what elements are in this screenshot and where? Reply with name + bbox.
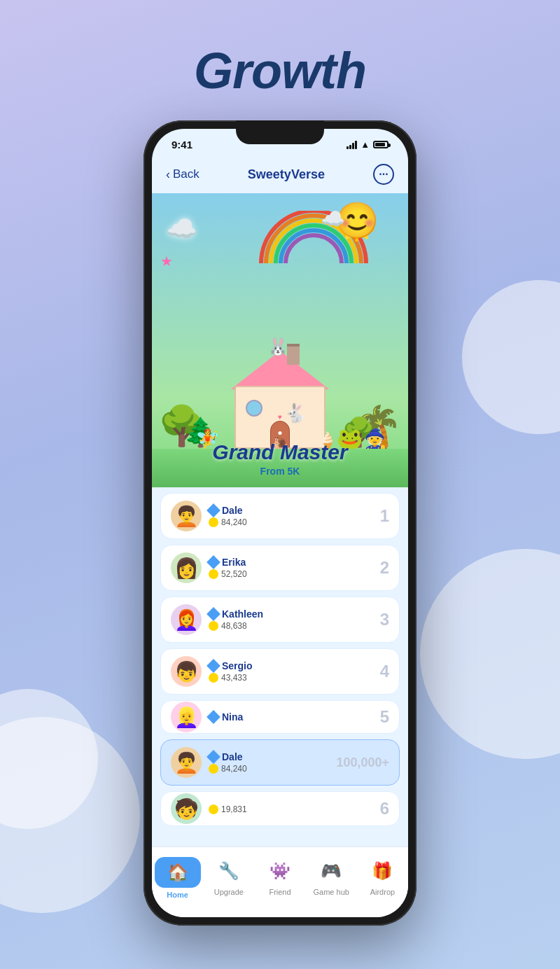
coin-icon-3 xyxy=(209,621,218,631)
diamond-icon-5 xyxy=(206,710,220,724)
bg-blob-2 xyxy=(0,717,140,913)
friend-icon: 👾 xyxy=(270,861,290,881)
coin-icon-highlighted xyxy=(209,764,218,774)
bottom-nav: 🏠 Home 🔧 Upgrade 👾 Friend 🎮 xyxy=(152,846,408,917)
player-info-5: Nina xyxy=(209,711,365,723)
nav-item-home[interactable]: 🏠 Home xyxy=(152,853,203,903)
nav-icon-wrap-upgrade: 🔧 xyxy=(214,857,244,885)
diamond-icon-highlighted xyxy=(206,750,220,764)
diamond-icon-4 xyxy=(206,659,220,673)
leaderboard-row-6[interactable]: 🧒 19,831 6 xyxy=(160,791,400,826)
player-name-3: Kathleen xyxy=(222,608,263,620)
wifi-icon: ▲ xyxy=(360,139,370,150)
player-score-highlighted: 84,240 xyxy=(221,764,247,774)
gamehub-icon: 🎮 xyxy=(321,861,342,881)
rank-title: Grand Master xyxy=(152,440,408,464)
phone-notch xyxy=(236,120,324,144)
avatar-6: 🧒 xyxy=(171,793,202,824)
leaderboard-row-5[interactable]: 👱‍♀️ Nina 5 xyxy=(160,700,400,734)
home-icon: 🏠 xyxy=(167,863,188,882)
more-button[interactable]: ··· xyxy=(373,164,394,185)
rank-number-1: 1 xyxy=(372,506,389,526)
coin-icon-4 xyxy=(209,673,218,683)
rank-number-4: 4 xyxy=(372,662,389,681)
back-label: Back xyxy=(173,167,200,181)
nav-item-airdrop[interactable]: 🎁 Airdrop xyxy=(357,853,408,903)
back-chevron-icon: ‹ xyxy=(166,167,170,182)
rank-number-2: 2 xyxy=(372,558,389,578)
bunny-icon: 🐰 xyxy=(267,337,288,356)
nav-item-gamehub[interactable]: 🎮 Game hub xyxy=(306,853,357,903)
player-info-3: Kathleen 48,638 xyxy=(209,608,365,631)
upgrade-icon: 🔧 xyxy=(218,861,239,881)
phone-screen: 9:41 ▲ ‹ Back SweetyVerse xyxy=(152,129,408,917)
hero-area: 🌟 😊 ☁️ ☁️ ★ 🌳 🌲 🌴 🌳 xyxy=(152,193,408,487)
avatar-1: 🧑‍🦱 xyxy=(171,501,202,531)
diamond-icon-2 xyxy=(206,555,220,569)
status-time: 9:41 xyxy=(172,139,192,151)
player-name-4: Sergio xyxy=(222,660,253,671)
leaderboard-row-1[interactable]: 🧑‍🦱 Dale 84,240 1 xyxy=(160,493,400,539)
leaderboard-row-highlighted[interactable]: 🧑‍🦱 Dale 84,240 100,000+ xyxy=(160,739,400,786)
nav-label-upgrade: Upgrade xyxy=(214,888,244,896)
player-info-1: Dale 84,240 xyxy=(209,505,365,527)
avatar-3: 👩‍🦰 xyxy=(171,604,202,635)
player-score-2: 52,520 xyxy=(221,569,247,579)
leaderboard-row-4[interactable]: 👦 Sergio 43,433 4 xyxy=(160,648,400,695)
nav-label-airdrop: Airdrop xyxy=(370,888,395,896)
leaderboard-section: 🧑‍🦱 Dale 84,240 1 👩 xyxy=(152,487,408,846)
back-button[interactable]: ‹ Back xyxy=(166,167,200,182)
player-score-3: 48,638 xyxy=(221,621,247,631)
player-score-6: 19,831 xyxy=(221,804,247,814)
rank-number-6: 6 xyxy=(372,799,389,818)
player-info-4: Sergio 43,433 xyxy=(209,660,365,683)
nav-label-gamehub: Game hub xyxy=(314,888,349,896)
more-icon: ··· xyxy=(379,168,388,181)
avatar-highlighted: 🧑‍🦱 xyxy=(171,747,202,778)
signal-icon xyxy=(346,141,357,149)
nav-icon-wrap-home: 🏠 xyxy=(155,857,201,888)
nav-item-upgrade[interactable]: 🔧 Upgrade xyxy=(203,853,254,903)
nav-title: SweetyVerse xyxy=(248,167,325,182)
coin-icon-1 xyxy=(209,517,218,527)
nav-icon-wrap-friend: 👾 xyxy=(265,857,295,885)
player-info-2: Erika 52,520 xyxy=(209,557,365,579)
player-name-5: Nina xyxy=(222,711,243,723)
rank-subtitle: From 5K xyxy=(152,466,408,477)
nav-icon-wrap-gamehub: 🎮 xyxy=(316,857,346,885)
bg-blob-4 xyxy=(420,549,560,759)
player-name-2: Erika xyxy=(222,557,246,568)
diamond-icon-3 xyxy=(206,607,220,621)
avatar-5: 👱‍♀️ xyxy=(171,702,202,732)
leaderboard-row-3[interactable]: 👩‍🦰 Kathleen 48,638 3 xyxy=(160,597,400,643)
rank-number-3: 3 xyxy=(372,610,389,629)
avatar-4: 👦 xyxy=(171,656,202,687)
avatar-2: 👩 xyxy=(171,552,202,583)
nav-label-friend: Friend xyxy=(269,888,290,896)
nav-item-friend[interactable]: 👾 Friend xyxy=(254,853,305,903)
airdrop-icon: 🎁 xyxy=(372,861,393,881)
battery-icon xyxy=(373,141,388,148)
pink-star-icon: ★ xyxy=(160,253,173,270)
diamond-icon-1 xyxy=(206,503,220,517)
page-title: Growth xyxy=(194,42,366,99)
cloud-right-icon: ☁️ xyxy=(321,207,345,230)
player-info-6: 19,831 xyxy=(209,803,365,814)
status-icons: ▲ xyxy=(346,139,388,150)
rank-number-highlighted: 100,000+ xyxy=(336,755,389,770)
rank-number-5: 5 xyxy=(372,707,389,727)
coin-icon-2 xyxy=(209,569,218,579)
player-score-4: 43,433 xyxy=(221,673,247,683)
bg-blob-3 xyxy=(462,280,560,434)
player-name-highlighted: Dale xyxy=(222,751,243,762)
nav-label-home: Home xyxy=(167,891,188,899)
leaderboard-row-2[interactable]: 👩 Erika 52,520 2 xyxy=(160,545,400,591)
player-score-1: 84,240 xyxy=(221,517,247,527)
bunny-side-icon: 🐇 xyxy=(284,403,307,424)
cloud-left-icon: ☁️ xyxy=(166,214,197,244)
nav-icon-wrap-airdrop: 🎁 xyxy=(368,857,397,885)
rank-label-area: Grand Master From 5K xyxy=(152,440,408,477)
player-name-1: Dale xyxy=(222,505,243,516)
phone-frame: 9:41 ▲ ‹ Back SweetyVerse xyxy=(144,120,416,926)
player-info-highlighted: Dale 84,240 xyxy=(209,751,329,774)
